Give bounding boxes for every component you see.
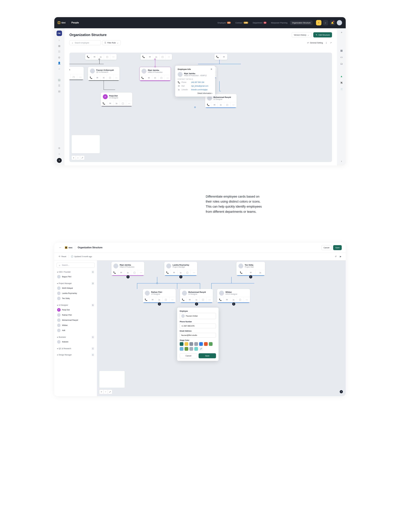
nav-tab-manpower[interactable]: Manpower Planning [269,21,289,25]
cancel-button[interactable]: Cancel [321,245,331,250]
zoom-out-button[interactable]: − [76,156,80,160]
floating-add-button[interactable]: ＋ [340,390,343,393]
add-child-button[interactable]: ＋ [127,275,130,279]
sidebar-item[interactable]: PPanji Dwi [57,307,95,312]
back-button[interactable]: ← [58,246,62,250]
add-child-button[interactable]: ＋ [195,302,198,306]
user-avatar[interactable] [337,20,342,25]
phone-icon[interactable]: 📞 [164,270,171,275]
linkedin-icon[interactable]: in [153,54,159,60]
linkedin-icon[interactable]: in [156,297,163,302]
group-ui[interactable]: ▸ UI Designer5 [57,303,95,307]
zoom-in-button[interactable]: ＋ [99,390,104,394]
employee-card[interactable]: Laokta RoymarleyProject Manager 📞✉in▢⋯ [164,262,197,276]
zoom-out-button[interactable]: − [104,390,108,394]
search-input[interactable]: ⌕Search employee [70,40,101,45]
more-icon[interactable]: ⋯ [230,102,237,108]
close-icon[interactable]: ✕ [210,68,213,70]
employee-card[interactable]: Teo SidiqProject Man 📞✉in [236,262,265,276]
more-icon[interactable]: ⋯ [166,54,172,60]
phone-icon[interactable]: 📞 [143,297,149,302]
rail-stats-icon[interactable]: ☷ [58,50,61,53]
mail-icon[interactable]: ✉ [146,75,152,80]
linkedin-icon[interactable]: in [125,270,131,275]
linkedin-icon[interactable]: in [230,297,237,302]
sidebar-item[interactable]: Mufti Hidayat [57,285,95,291]
color-swatch[interactable] [180,342,184,346]
more-icon[interactable]: ⋯ [110,54,117,60]
nav-tab-department[interactable]: Department5 [251,21,268,25]
phone-field[interactable]: +1 567-990-876 [180,323,216,328]
phone-icon[interactable]: 📞 [217,297,224,302]
note-icon[interactable]: ▢ [163,297,169,302]
mail-icon[interactable]: ✉ [107,101,114,106]
zoom-fit-button[interactable]: ⤢ [108,390,112,394]
color-swatch[interactable] [194,347,198,351]
phone-icon[interactable]: 📞 [236,270,246,275]
workspace-badge[interactable]: FIK [57,31,62,36]
mail-icon[interactable]: ✉ [91,54,98,60]
note-icon[interactable]: ▭ [340,55,343,59]
download-icon[interactable]: ⤓ [325,42,327,44]
minimap[interactable] [99,371,125,388]
note-icon[interactable]: ▢ [224,102,230,108]
org-canvas[interactable]: 📞✉in▢⋯ 📞✉in▢⋯ 📞✉ izeinrator in▢⋯ [70,53,332,162]
note-icon[interactable]: ▢ [158,75,165,80]
employee-field[interactable]: Fauzan Ardian [180,313,216,319]
edit-structure-button[interactable]: ✎Edit Structure [313,32,332,38]
sidebar-item[interactable]: Raihan Fikri [57,312,95,317]
help-button[interactable]: ? [57,158,62,163]
color-swatch[interactable] [190,347,193,351]
add-child-button[interactable]: ＋ [249,275,252,279]
add-button[interactable]: ＋ [316,20,321,25]
sidebar-item[interactable]: Wildan [57,323,95,328]
phone-icon[interactable]: 📞 [111,270,118,275]
rail-chart-icon[interactable]: ▤ [58,90,61,93]
save-button[interactable]: Save [333,245,342,250]
more-icon[interactable]: ⋯ [113,75,120,80]
form-cancel-button[interactable]: Cancel [180,353,197,358]
mail-icon[interactable]: ✉ [149,297,156,302]
sidebar-item[interactable]: Muhammad Rasyid [57,317,95,323]
linkedin-link[interactable]: linkedin.com/in/rijaljat [191,89,207,91]
linkedin-icon[interactable]: in [218,102,224,108]
more-icon[interactable]: ⋯ [206,297,213,302]
note-icon[interactable]: ▢ [104,54,110,60]
sidebar-item[interactable]: Teo Sidiq [57,296,95,301]
group-qc[interactable]: ▸ QC & Research1 [57,346,95,351]
sidebar-item[interactable]: Ihdizein [57,339,95,344]
sidebar-item[interactable]: Laokta Roymarley [57,291,95,296]
phone-icon[interactable]: 📞 [180,297,187,302]
nav-tab-orgstructure[interactable]: Organization Structure [290,21,313,25]
phone-icon[interactable]: 📞 [101,101,107,106]
mail-icon[interactable]: ✉ [211,102,218,108]
mail-icon[interactable]: ✉ [221,54,227,60]
rail-calendar-icon[interactable]: ▦ [58,44,61,47]
note-icon[interactable]: ▢ [200,297,206,302]
group-pm[interactable]: ▸ Project Manager3 [57,281,95,285]
reset-button[interactable]: ⟲Reset [58,255,66,258]
phone-icon[interactable]: 📞 [205,102,211,108]
zoom-in-button[interactable]: ＋ [72,156,76,160]
more-icon[interactable]: ⋯ [77,74,84,80]
general-setting-button[interactable]: ⇄General Setting [307,42,323,44]
rail-people-icon[interactable]: 👤 [58,61,61,64]
note-icon[interactable]: ▢ [159,54,166,60]
search-button[interactable]: ⌕ [323,20,328,25]
nav-tab-contract[interactable]: Contract149 [233,21,250,25]
color-swatch[interactable] [184,342,188,346]
add-panel-button[interactable]: ＋ [340,31,343,34]
phone-link[interactable]: (44) 087 563 194 [191,81,204,83]
linkedin-icon[interactable]: in [152,75,159,80]
note-icon[interactable]: ▢ [237,297,244,302]
google-drive-icon[interactable]: ▲ [340,75,343,78]
rail-home-icon[interactable]: ⌂ [58,38,61,42]
history-icon[interactable]: ↺ [335,255,337,258]
add-child-button[interactable]: ＋ [158,302,161,306]
more-icon[interactable]: ⋯ [126,101,132,106]
form-save-button[interactable]: Save [199,353,216,358]
minimap[interactable] [71,135,100,153]
phone-icon[interactable]: 📞 [140,54,147,60]
employee-card[interactable]: PPanji DwiUI Designer 📞✉in▢⋯ [101,93,132,107]
mail-link[interactable]: rijal_jtnika@gmail.com [191,85,208,87]
